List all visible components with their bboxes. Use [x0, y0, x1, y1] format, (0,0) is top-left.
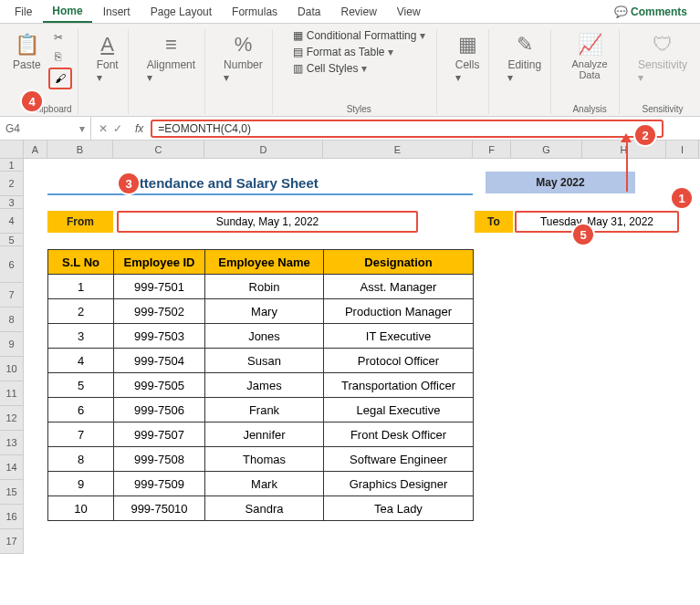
- row-9[interactable]: 9: [0, 332, 23, 357]
- cell-des[interactable]: Front Desk Officer: [324, 422, 474, 447]
- cell-eid[interactable]: 999-7509: [114, 472, 205, 496]
- tab-formulas[interactable]: Formulas: [223, 2, 287, 22]
- paste-button[interactable]: 📋 Paste: [9, 29, 45, 75]
- fx-icon[interactable]: fx: [130, 122, 149, 135]
- tab-file[interactable]: File: [5, 2, 41, 22]
- editing-button[interactable]: ✎ Editing: [504, 29, 545, 88]
- table-row[interactable]: 7999-7507JenniferFront Desk Officer: [48, 422, 474, 447]
- month-cell[interactable]: May 2022: [486, 172, 635, 193]
- cell-sl[interactable]: 9: [48, 472, 114, 496]
- cell-eid[interactable]: 999-7502: [114, 299, 205, 324]
- row-8[interactable]: 8: [0, 308, 23, 332]
- chevron-down-icon[interactable]: ▾: [79, 122, 85, 135]
- format-as-table-button[interactable]: ▤Format as Table: [293, 46, 425, 58]
- th-des[interactable]: Designation: [324, 250, 474, 275]
- tab-review[interactable]: Review: [331, 2, 385, 22]
- col-B[interactable]: B: [47, 141, 113, 158]
- worksheet-content[interactable]: Attendance and Salary Sheet May 2022 Fro…: [24, 159, 679, 554]
- cell-eid[interactable]: 999-75010: [114, 496, 205, 521]
- cell-ename[interactable]: Jones: [205, 324, 324, 349]
- cell-des[interactable]: Protocol Officer: [324, 349, 474, 373]
- col-C[interactable]: C: [113, 141, 204, 158]
- enter-formula-icon[interactable]: ✓: [113, 122, 122, 135]
- col-I[interactable]: I: [666, 141, 699, 158]
- formula-bar[interactable]: =EOMONTH(C4,0): [151, 120, 663, 138]
- table-row[interactable]: 1999-7501RobinAsst. Manager: [48, 275, 474, 299]
- cell-sl[interactable]: 7: [48, 422, 114, 447]
- row-6[interactable]: 6: [0, 246, 23, 283]
- tab-view[interactable]: View: [388, 2, 430, 22]
- table-row[interactable]: 3999-7503JonesIT Executive: [48, 324, 474, 349]
- tab-page-layout[interactable]: Page Layout: [141, 2, 221, 22]
- cell-sl[interactable]: 6: [48, 398, 114, 422]
- cell-ename[interactable]: Sandra: [205, 496, 324, 521]
- row-4[interactable]: 4: [0, 209, 23, 234]
- conditional-formatting-button[interactable]: ▦Conditional Formatting: [293, 29, 425, 42]
- analyze-data-button[interactable]: 📈 Analyze Data: [566, 29, 613, 84]
- cell-des[interactable]: Transportation Officer: [324, 373, 474, 398]
- cell-des[interactable]: Legal Executive: [324, 398, 474, 422]
- cell-eid[interactable]: 999-7506: [114, 398, 205, 422]
- cell-eid[interactable]: 999-7501: [114, 275, 205, 299]
- alignment-button[interactable]: ≡ Alignment: [143, 29, 199, 88]
- cell-sl[interactable]: 2: [48, 299, 114, 324]
- cell-ename[interactable]: Mary: [205, 299, 324, 324]
- cell-sl[interactable]: 4: [48, 349, 114, 373]
- row-10[interactable]: 10: [0, 357, 23, 381]
- tab-home[interactable]: Home: [43, 1, 91, 23]
- col-E[interactable]: E: [323, 141, 473, 158]
- sensitivity-button[interactable]: 🛡 Sensitivity: [634, 29, 691, 88]
- cell-ename[interactable]: Robin: [205, 275, 324, 299]
- row-11[interactable]: 11: [0, 381, 23, 406]
- th-eid[interactable]: Employee ID: [114, 250, 205, 275]
- table-row[interactable]: 10999-75010SandraTea Lady: [48, 496, 474, 521]
- table-row[interactable]: 9999-7509MarkGraphics Designer: [48, 472, 474, 496]
- row-2[interactable]: 2: [0, 172, 23, 196]
- col-F[interactable]: F: [473, 141, 511, 158]
- cells-button[interactable]: ▦ Cells: [452, 29, 484, 88]
- cell-sl[interactable]: 5: [48, 373, 114, 398]
- cell-eid[interactable]: 999-7503: [114, 324, 205, 349]
- select-all-corner[interactable]: [0, 141, 24, 159]
- cell-des[interactable]: Asst. Manager: [324, 275, 474, 299]
- cell-ename[interactable]: Jennifer: [205, 422, 324, 447]
- row-12[interactable]: 12: [0, 406, 23, 431]
- cell-ename[interactable]: Frank: [205, 398, 324, 422]
- cell-ename[interactable]: James: [205, 373, 324, 398]
- col-D[interactable]: D: [204, 141, 323, 158]
- number-button[interactable]: % Number: [220, 29, 266, 88]
- tab-data[interactable]: Data: [288, 2, 329, 22]
- cell-des[interactable]: Tea Lady: [324, 496, 474, 521]
- copy-icon[interactable]: ⎘: [48, 48, 68, 65]
- row-5[interactable]: 5: [0, 234, 23, 246]
- th-ename[interactable]: Employee Name: [205, 250, 324, 275]
- col-A[interactable]: A: [24, 141, 47, 158]
- row-17[interactable]: 17: [0, 529, 23, 554]
- to-date-cell[interactable]: Tuesday, May 31, 2022: [515, 211, 679, 233]
- cell-ename[interactable]: Susan: [205, 349, 324, 373]
- name-box[interactable]: G4 ▾: [0, 117, 91, 140]
- cell-eid[interactable]: 999-7508: [114, 447, 205, 472]
- format-painter-button[interactable]: 🖌: [48, 68, 72, 89]
- table-row[interactable]: 8999-7508ThomasSoftware Engineer: [48, 447, 474, 472]
- cell-sl[interactable]: 10: [48, 496, 114, 521]
- col-G[interactable]: G: [511, 141, 582, 158]
- row-14[interactable]: 14: [0, 455, 23, 480]
- row-1[interactable]: 1: [0, 159, 23, 172]
- cell-eid[interactable]: 999-7507: [114, 422, 205, 447]
- cut-icon[interactable]: ✂: [48, 29, 68, 46]
- row-16[interactable]: 16: [0, 505, 23, 529]
- cell-sl[interactable]: 1: [48, 275, 114, 299]
- cell-eid[interactable]: 999-7504: [114, 349, 205, 373]
- row-15[interactable]: 15: [0, 480, 23, 505]
- row-3[interactable]: 3: [0, 196, 23, 209]
- cell-eid[interactable]: 999-7505: [114, 373, 205, 398]
- row-13[interactable]: 13: [0, 431, 23, 455]
- cell-des[interactable]: Production Manager: [324, 299, 474, 324]
- cell-styles-button[interactable]: ▥Cell Styles: [293, 62, 425, 75]
- table-row[interactable]: 5999-7505JamesTransportation Officer: [48, 373, 474, 398]
- table-row[interactable]: 2999-7502MaryProduction Manager: [48, 299, 474, 324]
- col-H[interactable]: H: [582, 141, 666, 158]
- row-7[interactable]: 7: [0, 283, 23, 308]
- cell-ename[interactable]: Mark: [205, 472, 324, 496]
